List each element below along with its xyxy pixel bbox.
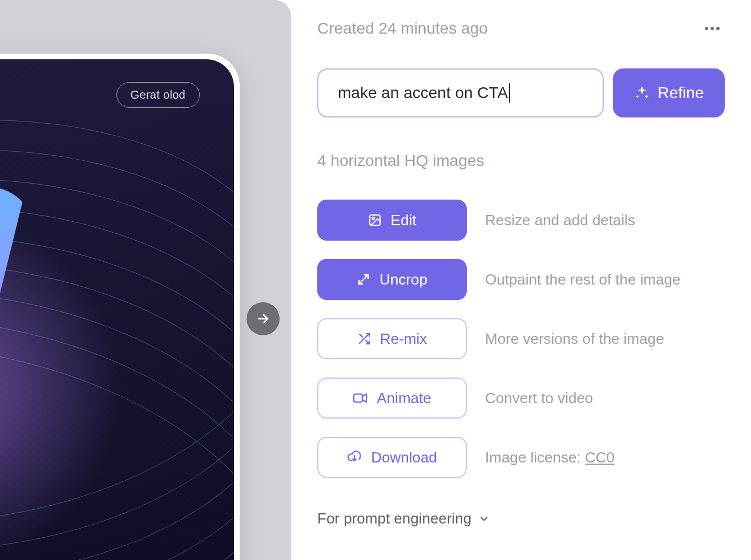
sparkle-icon (634, 85, 650, 101)
svg-point-3 (716, 27, 720, 30)
download-button[interactable]: Download (317, 437, 467, 478)
prompt-engineering-label: For prompt engineering (317, 510, 471, 527)
svg-point-2 (710, 27, 714, 30)
remix-button-label: Re-mix (380, 330, 427, 348)
svg-marker-12 (362, 394, 366, 402)
device-screen: Gerat olod (0, 59, 234, 560)
remix-button[interactable]: Re-mix (317, 318, 467, 359)
download-button-label: Download (371, 449, 437, 466)
uncrop-button[interactable]: Uncrop (317, 259, 467, 300)
refine-button-label: Refine (658, 84, 704, 102)
image-icon (368, 213, 382, 227)
download-cloud-icon (347, 451, 362, 464)
actions-list: Edit Resize and add details Uncrop Outpa… (317, 200, 725, 478)
license-prefix: Image license: (485, 449, 585, 466)
refine-button[interactable]: Refine (613, 68, 725, 117)
preview-pill-text: Gerat olod (116, 82, 200, 108)
download-description: Image license: CC0 (485, 449, 615, 466)
arrow-right-icon (256, 312, 270, 326)
video-icon (353, 392, 368, 404)
uncrop-description: Outpaint the rest of the image (485, 271, 681, 289)
more-horizontal-icon (704, 26, 720, 31)
remix-description: More versions of the image (485, 330, 664, 348)
animate-button-label: Animate (377, 389, 431, 407)
chevron-down-icon (478, 513, 490, 525)
uncrop-button-label: Uncrop (379, 271, 427, 289)
more-options-button[interactable] (700, 22, 725, 35)
device-frame: Gerat olod (0, 54, 240, 560)
details-panel: Created 24 minutes ago make an accent on… (291, 0, 751, 560)
license-link[interactable]: CC0 (585, 449, 615, 466)
image-preview-pane: Gerat olod (0, 0, 291, 560)
svg-point-5 (372, 217, 374, 220)
next-image-button[interactable] (247, 302, 280, 335)
refine-prompt-input[interactable]: make an accent on CTA (317, 68, 604, 117)
animate-description: Convert to video (485, 389, 593, 407)
svg-rect-11 (354, 394, 362, 402)
svg-point-1 (705, 27, 708, 30)
text-caret (509, 83, 510, 103)
shuffle-icon (357, 332, 371, 346)
edit-button-label: Edit (391, 212, 417, 229)
prompt-engineering-toggle[interactable]: For prompt engineering (317, 510, 490, 527)
edit-description: Resize and add details (485, 212, 635, 229)
edit-button[interactable]: Edit (317, 200, 467, 241)
created-timestamp: Created 24 minutes ago (317, 19, 488, 38)
result-summary: 4 horizontal HQ images (317, 152, 725, 170)
expand-icon (357, 273, 370, 286)
svg-line-10 (360, 334, 362, 337)
refine-prompt-value: make an accent on CTA (338, 84, 508, 102)
animate-button[interactable]: Animate (317, 378, 467, 419)
